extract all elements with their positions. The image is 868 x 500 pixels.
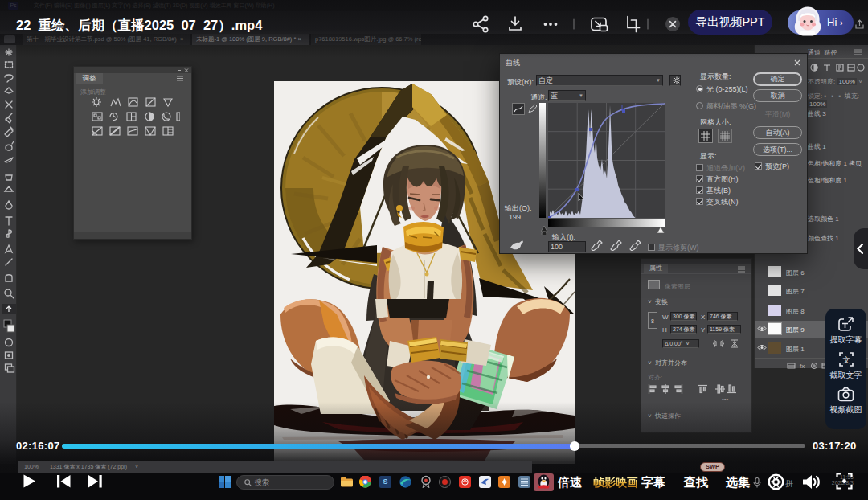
- svg-text:文: 文: [842, 355, 850, 364]
- svg-text:fx: fx: [800, 363, 805, 370]
